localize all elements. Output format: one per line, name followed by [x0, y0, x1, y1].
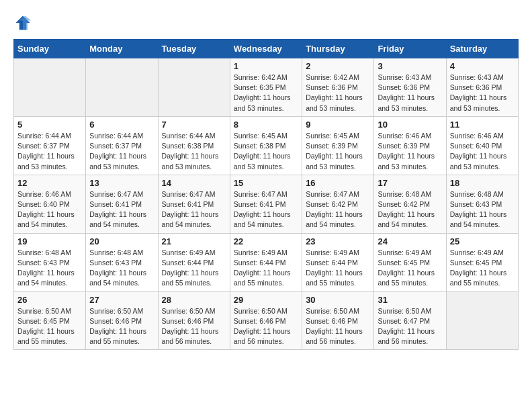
day-number: 26 [17, 295, 82, 305]
calendar-cell: 18Sunrise: 6:48 AMSunset: 6:43 PMDayligh… [446, 175, 518, 233]
day-number: 13 [89, 178, 154, 188]
day-number: 3 [378, 61, 442, 71]
day-number: 5 [17, 120, 82, 130]
day-number: 15 [234, 178, 298, 188]
calendar-cell: 11Sunrise: 6:46 AMSunset: 6:40 PMDayligh… [446, 116, 518, 175]
day-number: 25 [450, 236, 515, 246]
weekday-header-friday: Friday [374, 40, 446, 58]
day-info: Sunrise: 6:42 AMSunset: 6:36 PMDaylight:… [306, 73, 370, 113]
day-info: Sunrise: 6:48 AMSunset: 6:42 PMDaylight:… [378, 189, 442, 230]
day-info: Sunrise: 6:47 AMSunset: 6:41 PMDaylight:… [89, 189, 154, 230]
weekday-header-monday: Monday [86, 40, 158, 58]
day-number: 12 [17, 178, 82, 188]
day-info: Sunrise: 6:44 AMSunset: 6:37 PMDaylight:… [17, 131, 82, 172]
day-number: 30 [306, 295, 370, 305]
calendar-cell: 30Sunrise: 6:50 AMSunset: 6:46 PMDayligh… [302, 291, 374, 350]
calendar-cell: 3Sunrise: 6:43 AMSunset: 6:36 PMDaylight… [374, 58, 446, 117]
calendar-cell: 13Sunrise: 6:47 AMSunset: 6:41 PMDayligh… [86, 175, 158, 233]
weekday-header-wednesday: Wednesday [230, 40, 302, 58]
day-info: Sunrise: 6:48 AMSunset: 6:43 PMDaylight:… [450, 189, 515, 230]
day-info: Sunrise: 6:50 AMSunset: 6:45 PMDaylight:… [17, 306, 82, 347]
calendar-body: 1Sunrise: 6:42 AMSunset: 6:35 PMDaylight… [14, 58, 519, 350]
day-info: Sunrise: 6:47 AMSunset: 6:41 PMDaylight:… [234, 189, 298, 230]
day-info: Sunrise: 6:43 AMSunset: 6:36 PMDaylight:… [450, 73, 515, 113]
day-info: Sunrise: 6:45 AMSunset: 6:39 PMDaylight:… [306, 131, 370, 172]
calendar-cell: 10Sunrise: 6:46 AMSunset: 6:39 PMDayligh… [374, 116, 446, 175]
calendar-cell: 29Sunrise: 6:50 AMSunset: 6:46 PMDayligh… [230, 291, 302, 350]
day-info: Sunrise: 6:45 AMSunset: 6:38 PMDaylight:… [234, 131, 298, 172]
calendar-cell: 4Sunrise: 6:43 AMSunset: 6:36 PMDaylight… [446, 58, 518, 117]
calendar-cell: 21Sunrise: 6:49 AMSunset: 6:44 PMDayligh… [158, 233, 230, 291]
day-info: Sunrise: 6:46 AMSunset: 6:40 PMDaylight:… [450, 131, 515, 172]
day-number: 4 [450, 61, 515, 71]
calendar-week-2: 5Sunrise: 6:44 AMSunset: 6:37 PMDaylight… [14, 116, 519, 175]
logo-icon [13, 13, 32, 32]
calendar-week-4: 19Sunrise: 6:48 AMSunset: 6:43 PMDayligh… [14, 233, 519, 291]
calendar-cell: 20Sunrise: 6:48 AMSunset: 6:43 PMDayligh… [86, 233, 158, 291]
day-number: 23 [306, 236, 370, 246]
calendar-cell: 12Sunrise: 6:46 AMSunset: 6:40 PMDayligh… [14, 175, 86, 233]
day-number: 27 [89, 295, 154, 305]
day-number: 18 [450, 178, 515, 188]
calendar-cell: 6Sunrise: 6:44 AMSunset: 6:37 PMDaylight… [86, 116, 158, 175]
calendar-table: SundayMondayTuesdayWednesdayThursdayFrid… [13, 39, 519, 350]
calendar-cell [158, 58, 230, 117]
calendar-cell [446, 291, 518, 350]
day-number: 16 [306, 178, 370, 188]
calendar-cell: 14Sunrise: 6:47 AMSunset: 6:41 PMDayligh… [158, 175, 230, 233]
day-number: 9 [306, 120, 370, 130]
calendar-cell: 28Sunrise: 6:50 AMSunset: 6:46 PMDayligh… [158, 291, 230, 350]
calendar-cell: 8Sunrise: 6:45 AMSunset: 6:38 PMDaylight… [230, 116, 302, 175]
day-info: Sunrise: 6:48 AMSunset: 6:43 PMDaylight:… [89, 248, 154, 289]
day-number: 1 [234, 61, 298, 71]
calendar-cell: 1Sunrise: 6:42 AMSunset: 6:35 PMDaylight… [230, 58, 302, 117]
day-number: 6 [89, 120, 154, 130]
day-info: Sunrise: 6:50 AMSunset: 6:47 PMDaylight:… [378, 306, 442, 347]
calendar-cell: 17Sunrise: 6:48 AMSunset: 6:42 PMDayligh… [374, 175, 446, 233]
calendar-cell: 5Sunrise: 6:44 AMSunset: 6:37 PMDaylight… [14, 116, 86, 175]
day-number: 20 [89, 236, 154, 246]
calendar-cell: 26Sunrise: 6:50 AMSunset: 6:45 PMDayligh… [14, 291, 86, 350]
calendar-cell: 24Sunrise: 6:49 AMSunset: 6:45 PMDayligh… [374, 233, 446, 291]
day-info: Sunrise: 6:50 AMSunset: 6:46 PMDaylight:… [162, 306, 226, 347]
calendar-cell: 9Sunrise: 6:45 AMSunset: 6:39 PMDaylight… [302, 116, 374, 175]
day-info: Sunrise: 6:44 AMSunset: 6:38 PMDaylight:… [162, 131, 226, 172]
day-number: 8 [234, 120, 298, 130]
day-number: 17 [378, 178, 442, 188]
calendar-cell: 16Sunrise: 6:47 AMSunset: 6:42 PMDayligh… [302, 175, 374, 233]
calendar-header: SundayMondayTuesdayWednesdayThursdayFrid… [14, 40, 519, 58]
day-info: Sunrise: 6:50 AMSunset: 6:46 PMDaylight:… [234, 306, 298, 347]
day-info: Sunrise: 6:49 AMSunset: 6:44 PMDaylight:… [234, 248, 298, 289]
weekday-header-row: SundayMondayTuesdayWednesdayThursdayFrid… [14, 40, 519, 58]
calendar-cell [86, 58, 158, 117]
day-number: 29 [234, 295, 298, 305]
day-info: Sunrise: 6:44 AMSunset: 6:37 PMDaylight:… [89, 131, 154, 172]
calendar-cell: 31Sunrise: 6:50 AMSunset: 6:47 PMDayligh… [374, 291, 446, 350]
calendar-cell: 2Sunrise: 6:42 AMSunset: 6:36 PMDaylight… [302, 58, 374, 117]
day-number: 14 [162, 178, 226, 188]
day-info: Sunrise: 6:49 AMSunset: 6:44 PMDaylight:… [306, 248, 370, 289]
day-info: Sunrise: 6:49 AMSunset: 6:45 PMDaylight:… [378, 248, 442, 289]
calendar-cell [14, 58, 86, 117]
day-info: Sunrise: 6:48 AMSunset: 6:43 PMDaylight:… [17, 248, 82, 289]
calendar-cell: 23Sunrise: 6:49 AMSunset: 6:44 PMDayligh… [302, 233, 374, 291]
day-info: Sunrise: 6:46 AMSunset: 6:39 PMDaylight:… [378, 131, 442, 172]
calendar-cell: 15Sunrise: 6:47 AMSunset: 6:41 PMDayligh… [230, 175, 302, 233]
day-info: Sunrise: 6:49 AMSunset: 6:44 PMDaylight:… [162, 248, 226, 289]
day-info: Sunrise: 6:50 AMSunset: 6:46 PMDaylight:… [306, 306, 370, 347]
calendar-week-1: 1Sunrise: 6:42 AMSunset: 6:35 PMDaylight… [14, 58, 519, 117]
calendar-cell: 22Sunrise: 6:49 AMSunset: 6:44 PMDayligh… [230, 233, 302, 291]
day-info: Sunrise: 6:43 AMSunset: 6:36 PMDaylight:… [378, 73, 442, 113]
weekday-header-tuesday: Tuesday [158, 40, 230, 58]
day-number: 19 [17, 236, 82, 246]
day-info: Sunrise: 6:47 AMSunset: 6:41 PMDaylight:… [162, 189, 226, 230]
day-number: 22 [234, 236, 298, 246]
calendar-cell: 25Sunrise: 6:49 AMSunset: 6:45 PMDayligh… [446, 233, 518, 291]
weekday-header-saturday: Saturday [446, 40, 518, 58]
day-number: 7 [162, 120, 226, 130]
day-info: Sunrise: 6:49 AMSunset: 6:45 PMDaylight:… [450, 248, 515, 289]
weekday-header-sunday: Sunday [14, 40, 86, 58]
day-info: Sunrise: 6:46 AMSunset: 6:40 PMDaylight:… [17, 189, 82, 230]
day-info: Sunrise: 6:42 AMSunset: 6:35 PMDaylight:… [234, 73, 298, 113]
day-number: 10 [378, 120, 442, 130]
